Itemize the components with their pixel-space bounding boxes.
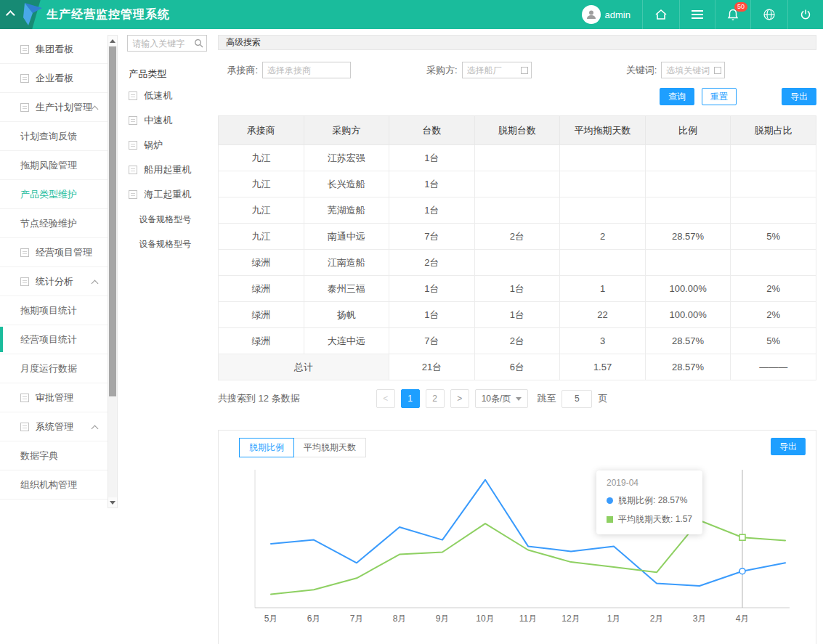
table-cell	[731, 145, 816, 171]
table-footer: 总计21台6台1.5728.57%———	[219, 354, 816, 380]
tree-sub-item[interactable]: 设备规格型号	[127, 207, 211, 232]
pagination-controls: <12>	[376, 389, 475, 408]
table-cell: 2台	[474, 224, 560, 250]
x-axis-label: 2月	[647, 613, 666, 624]
chart-tab[interactable]: 平均脱期天数	[293, 438, 366, 457]
sidebar-item[interactable]: 统计分析	[0, 267, 108, 296]
jump-suffix: 页	[598, 392, 607, 405]
page-button[interactable]: 1	[401, 389, 420, 408]
tree-item[interactable]: 锅炉	[127, 133, 211, 158]
table-row[interactable]: 绿洲泰州三福1台1台1100.00%2%	[219, 276, 816, 302]
home-icon	[654, 9, 668, 20]
tree-item-label: 低速机	[144, 89, 172, 102]
sidebar-item[interactable]: 经营项目管理	[0, 238, 108, 267]
table-cell: 1台	[389, 197, 475, 224]
table-cell	[560, 197, 646, 224]
table-row[interactable]: 九江芜湖造船1台	[219, 197, 816, 224]
filter-label: 承接商:	[218, 64, 258, 77]
menu-box-icon	[20, 277, 29, 286]
x-axis-label: 4月	[733, 613, 752, 624]
page-button[interactable]: 2	[426, 389, 445, 408]
menu-box-icon	[20, 45, 29, 54]
sidebar-item[interactable]: 生产计划管理	[0, 93, 108, 122]
search-icon[interactable]	[194, 38, 203, 48]
scroll-down-button[interactable]	[108, 497, 118, 508]
notifications-button[interactable]: 50	[715, 0, 750, 29]
table-export-button[interactable]: 导出	[782, 88, 816, 105]
tree-item[interactable]: 中速机	[127, 108, 211, 133]
tree-sub-item[interactable]: 设备规格型号	[127, 232, 211, 256]
triangle-down-icon	[110, 501, 115, 505]
sidebar-item[interactable]: 经营项目统计	[0, 325, 108, 354]
language-button[interactable]	[750, 0, 787, 29]
filter-input[interactable]	[263, 62, 350, 78]
jump-page-input[interactable]	[561, 390, 592, 408]
sidebar-item[interactable]: 拖期项目统计	[0, 296, 108, 325]
sidebar-item[interactable]: 企业看板	[0, 64, 108, 93]
table-cell: 九江	[219, 197, 304, 224]
logout-button[interactable]	[787, 0, 823, 29]
tree-item[interactable]: 船用起重机	[127, 158, 211, 182]
sidebar-item[interactable]: 节点经验维护	[0, 209, 108, 238]
sidebar-item[interactable]: 系统管理	[0, 412, 108, 441]
sidebar-item[interactable]: 数据字典	[0, 441, 108, 470]
chart-tabs: 脱期比例平均脱期天数	[239, 438, 807, 457]
advanced-search-header[interactable]: 高级搜索	[218, 35, 816, 50]
sidebar-item-label: 产品类型维护	[20, 188, 77, 201]
series-marker-icon	[607, 516, 613, 523]
sidebar-item[interactable]: 产品类型维护	[0, 180, 108, 209]
chart-tooltip: 2019-04 脱期比例: 28.57%平均脱期天数: 1.57	[596, 470, 702, 534]
x-axis-label: 8月	[390, 613, 409, 624]
table-cell: 1台	[389, 302, 475, 328]
home-button[interactable]	[642, 0, 679, 29]
filter-input[interactable]	[662, 62, 714, 78]
sidebar-item[interactable]: 月度运行数据	[0, 354, 108, 383]
table-row[interactable]: 九江江苏宏强1台	[219, 145, 816, 171]
table-row[interactable]: 绿洲大连中远7台2台328.57%5%	[219, 328, 816, 354]
sidebar-item[interactable]: 组织机构管理	[0, 470, 108, 500]
table-cell	[731, 171, 816, 197]
scroll-up-button[interactable]	[108, 36, 118, 46]
table-cell	[645, 250, 731, 276]
page-size-select[interactable]: 10条/页	[475, 389, 529, 408]
sidebar-item-label: 审批管理	[36, 391, 73, 404]
table-cell: 2	[560, 224, 646, 250]
sidebar-item[interactable]: 集团看板	[0, 35, 108, 64]
tooltip-item: 平均脱期天数: 1.57	[607, 513, 692, 526]
sidebar-item-label: 计划查询反馈	[20, 130, 77, 143]
table-row[interactable]: 绿洲扬帆1台1台22100.00%2%	[219, 302, 816, 328]
table-cell	[474, 171, 560, 197]
menu-toggle-button[interactable]	[679, 0, 715, 29]
user-menu[interactable]: admin	[570, 0, 642, 29]
column-header: 平均拖期天数	[560, 116, 646, 145]
tree-item[interactable]: 海工起重机	[127, 182, 211, 207]
sidebar-item[interactable]: 审批管理	[0, 383, 108, 412]
query-button[interactable]: 查询	[660, 88, 694, 105]
filter-input[interactable]	[463, 62, 521, 78]
table-cell: 2%	[731, 276, 816, 302]
sidebar-item[interactable]: 拖期风险管理	[0, 151, 108, 180]
username: admin	[605, 9, 631, 20]
x-axis-label: 11月	[519, 613, 538, 624]
prev-page-button[interactable]: <	[376, 389, 395, 408]
table-cell: 绿洲	[219, 276, 304, 302]
table-cell: 2台	[474, 328, 560, 354]
scrollbar-thumb[interactable]	[109, 46, 117, 396]
sidebar-item-label: 统计分析	[36, 275, 73, 288]
chart-tab[interactable]: 脱期比例	[239, 438, 294, 457]
table-row[interactable]: 九江南通中远7台2台228.57%5%	[219, 224, 816, 250]
table-cell	[645, 171, 731, 197]
table-row[interactable]: 九江长兴造船1台	[219, 171, 816, 197]
next-page-button[interactable]: >	[450, 389, 469, 408]
menu-box-icon	[20, 74, 29, 83]
chart-export-button[interactable]: 导出	[771, 438, 806, 455]
sidebar-item-label: 组织机构管理	[20, 478, 77, 492]
column-header: 承接商	[219, 116, 304, 145]
table-row[interactable]: 绿洲江南造船2台	[219, 250, 816, 276]
sidebar-item-label: 企业看板	[36, 72, 73, 85]
sidebar-item[interactable]: 计划查询反馈	[0, 122, 108, 151]
tree-root-label[interactable]: 产品类型	[129, 68, 211, 81]
chevron-up-icon	[91, 280, 98, 288]
tree-item[interactable]: 低速机	[127, 83, 211, 108]
reset-button[interactable]: 重置	[702, 88, 737, 105]
